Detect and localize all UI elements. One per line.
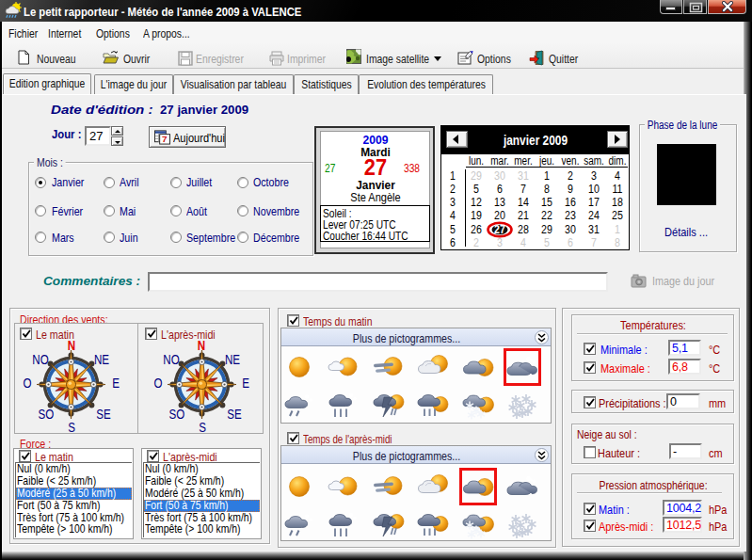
svg-text:7: 7: [162, 134, 168, 144]
